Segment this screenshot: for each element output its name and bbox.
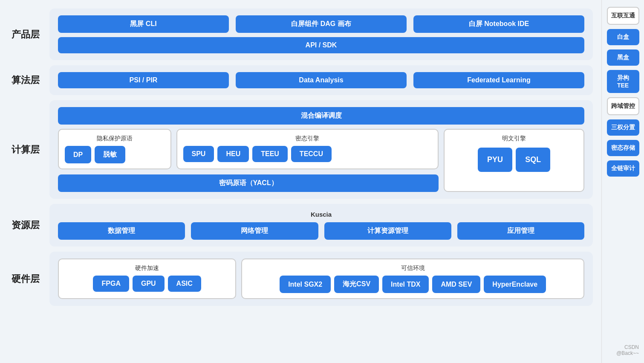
trusted-box-title: 可信环境 — [248, 264, 578, 272]
product-layer-row: 产品层 黑屏 CLI 白屏组件 DAG 画布 白屏 Notebook IDE A… — [9, 9, 593, 60]
product-btn-dag[interactable]: 白屏组件 DAG 画布 — [236, 15, 407, 33]
hw-btn-gpu[interactable]: GPU — [133, 276, 165, 292]
compute-btn-dp[interactable]: DP — [65, 146, 91, 163]
accel-box: 硬件加速 FPGA GPU ASIC — [58, 258, 236, 299]
compute-layer-label: 计算层 — [9, 143, 43, 156]
trusted-btns: Intel SGX2 海光CSV Intel TDX AMD SEV Hyper… — [248, 276, 578, 293]
sidebar-btn-blackbox[interactable]: 黑盒 — [607, 49, 639, 66]
sidebar-btn-audit[interactable]: 全链审计 — [607, 160, 639, 177]
algo-btn-data[interactable]: Data Analysis — [236, 72, 407, 88]
resource-btn-compute[interactable]: 计算资源管理 — [324, 222, 451, 240]
product-layer-box: 黑屏 CLI 白屏组件 DAG 画布 白屏 Notebook IDE API /… — [49, 9, 593, 60]
compute-inner: 混合编译调度 隐私保护原语 DP 脱敏 — [58, 107, 584, 192]
hardware-layer-box: 硬件加速 FPGA GPU ASIC 可信环境 Intel SGX2 海光CSV… — [49, 252, 593, 306]
compute-btn-sql[interactable]: SQL — [516, 148, 550, 172]
hw-btn-fpga[interactable]: FPGA — [93, 276, 129, 292]
algorithm-layer-label: 算法层 — [9, 74, 43, 87]
trusted-box: 可信环境 Intel SGX2 海光CSV Intel TDX AMD SEV … — [241, 258, 584, 299]
compute-layer-box: 混合编译调度 隐私保护原语 DP 脱敏 — [49, 100, 593, 199]
sidebar-btn-tripower[interactable]: 三权分置 — [607, 119, 639, 136]
algorithm-layer-row: 算法层 PSI / PIR Data Analysis Federated Le… — [9, 65, 593, 95]
plain-engine-box: 明文引擎 PYU SQL — [444, 129, 584, 192]
sidebar-btn-cipher-storage[interactable]: 密态存储 — [607, 140, 639, 156]
product-btn-notebook[interactable]: 白屏 Notebook IDE — [413, 15, 584, 33]
compute-btn-spu[interactable]: SPU — [183, 146, 214, 162]
resource-btns-row: 数据管理 网络管理 计算资源管理 应用管理 — [58, 222, 584, 240]
cipher-box-title: 密态引擎 — [183, 135, 432, 142]
sidebar-btn-whitebox[interactable]: 白盒 — [607, 29, 639, 45]
plain-btns: PYU SQL — [478, 148, 550, 172]
resource-layer-box: Kuscia 数据管理 网络管理 计算资源管理 应用管理 — [49, 204, 593, 247]
sidebar-btn-hetero-tee[interactable]: 异构 TEE — [607, 70, 639, 93]
sidebar-btn-cross-domain[interactable]: 跨域管控 — [607, 97, 639, 115]
resource-btn-network[interactable]: 网络管理 — [191, 222, 318, 240]
hw-btn-tdx[interactable]: Intel TDX — [382, 276, 429, 293]
privacy-btns: DP 脱敏 — [65, 146, 165, 163]
privacy-box: 隐私保护原语 DP 脱敏 — [58, 129, 171, 169]
sidebar-btn-interconnect[interactable]: 互联互通 — [607, 7, 639, 25]
product-layer-label: 产品层 — [9, 28, 43, 41]
cipher-box: 密态引擎 SPU HEU TEEU TECCU — [176, 129, 439, 169]
privacy-box-title: 隐私保护原语 — [65, 135, 165, 142]
compute-left-right: 隐私保护原语 DP 脱敏 密态引擎 SPU — [58, 129, 584, 192]
hw-btn-hyperenclave[interactable]: HyperEnclave — [484, 276, 546, 293]
main-content: 产品层 黑屏 CLI 白屏组件 DAG 画布 白屏 Notebook IDE A… — [0, 0, 601, 363]
hardware-inner: 硬件加速 FPGA GPU ASIC 可信环境 Intel SGX2 海光CSV… — [58, 258, 584, 299]
compute-btn-pyu[interactable]: PYU — [478, 148, 512, 172]
accel-btns: FPGA GPU ASIC — [65, 276, 229, 292]
hardware-layer-row: 硬件层 硬件加速 FPGA GPU ASIC 可信环境 Intel SGX2 — [9, 252, 593, 306]
resource-layer-row: 资源层 Kuscia 数据管理 网络管理 计算资源管理 应用管理 — [9, 204, 593, 247]
compute-layer-row: 计算层 混合编译调度 隐私保护原语 DP 脱敏 — [9, 100, 593, 199]
algo-btn-psi[interactable]: PSI / PIR — [58, 72, 229, 88]
compute-btn-teeu[interactable]: TEEU — [252, 146, 288, 162]
product-sdk-row: API / SDK — [58, 37, 584, 53]
compute-engines-row: 隐私保护原语 DP 脱敏 密态引擎 SPU — [58, 129, 439, 169]
algo-row: PSI / PIR Data Analysis Federated Learni… — [58, 72, 584, 88]
csdn-footer: CSDN @Back~~ — [605, 344, 641, 356]
hw-btn-sgx2[interactable]: Intel SGX2 — [280, 276, 331, 293]
accel-box-title: 硬件加速 — [65, 264, 229, 272]
compute-crypto-btn[interactable]: 密码原语（YACL） — [58, 174, 439, 192]
resource-layer-label: 资源层 — [9, 219, 43, 232]
product-btn-cli[interactable]: 黑屏 CLI — [58, 15, 229, 33]
hw-btn-asic[interactable]: ASIC — [168, 276, 201, 292]
product-top-row: 黑屏 CLI 白屏组件 DAG 画布 白屏 Notebook IDE — [58, 15, 584, 33]
hardware-layer-label: 硬件层 — [9, 273, 43, 285]
compute-btn-teccu[interactable]: TECCU — [291, 146, 332, 162]
resource-btn-app[interactable]: 应用管理 — [457, 222, 584, 240]
algorithm-layer-box: PSI / PIR Data Analysis Federated Learni… — [49, 65, 593, 95]
plain-box-title: 明文引擎 — [502, 135, 526, 142]
right-sidebar: 互联互通 白盒 黑盒 异构 TEE 跨域管控 三权分置 密态存储 全链审计 CS… — [601, 0, 644, 363]
algo-btn-fl[interactable]: Federated Learning — [413, 72, 584, 88]
hw-btn-csv[interactable]: 海光CSV — [334, 276, 379, 293]
resource-btn-data[interactable]: 数据管理 — [58, 222, 185, 240]
compute-btn-desensitize[interactable]: 脱敏 — [95, 146, 125, 163]
compute-left: 隐私保护原语 DP 脱敏 密态引擎 SPU — [58, 129, 439, 192]
compute-mix-btn[interactable]: 混合编译调度 — [58, 107, 584, 125]
cipher-btns: SPU HEU TEEU TECCU — [183, 146, 432, 162]
kuscia-title: Kuscia — [58, 211, 584, 218]
hw-btn-sev[interactable]: AMD SEV — [432, 276, 480, 293]
product-btn-sdk[interactable]: API / SDK — [58, 37, 584, 53]
compute-btn-heu[interactable]: HEU — [217, 146, 249, 162]
